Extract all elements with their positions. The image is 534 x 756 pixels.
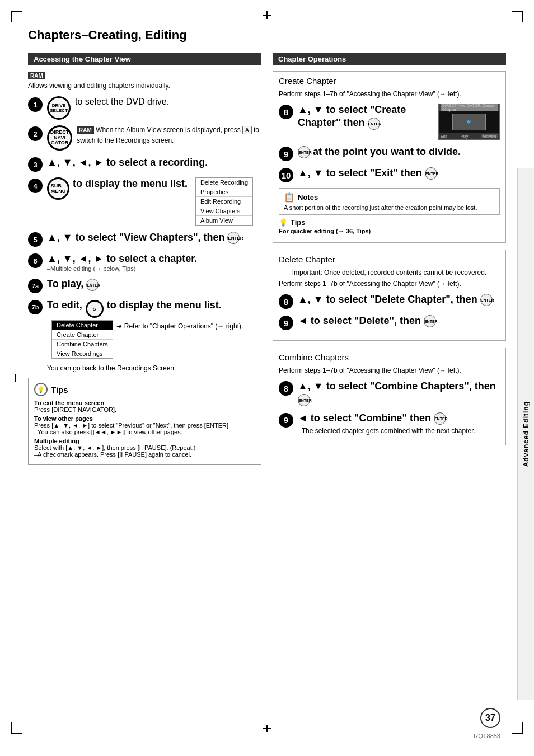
delete-chapter-title: Delete Chapter [279, 255, 500, 264]
combine-step-8-num: 8 [279, 381, 293, 396]
create-step-10-text: ▲, ▼ to select "Exit" then ENTER [298, 167, 437, 179]
step-7b-menu: Delete Chapter Create Chapter Combine Ch… [51, 320, 113, 359]
screenshot-label: DIRECT NAVIGATOR: Create Chapter [441, 104, 498, 111]
tips-item-view-title: To view other pages [34, 415, 255, 422]
page-number: 37 [480, 708, 500, 728]
step-2-content: DIRECTNAVIGATOR RAM When the Album View … [47, 125, 261, 151]
step-4: 4 SUBMENU to display the menu list. Dele… [28, 177, 261, 226]
step-7b-text: To edit, [47, 299, 82, 312]
notes-text: A short portion of the recording just af… [284, 204, 495, 211]
delete-step-9-content: ◄ to select "Delete", then ENTER [298, 314, 436, 327]
create-step-9-text: ENTER at the point you want to divide. [298, 146, 461, 157]
step-4-text-area: to display the menu list. [73, 177, 188, 190]
combine-perform: Perform steps 1–7b of "Accessing the Cha… [279, 367, 500, 374]
step-2-number: 2 [28, 126, 43, 141]
step-3: 3 ▲, ▼, ◄, ► to select a recording. [28, 156, 261, 172]
delete-step-8-content: ▲, ▼ to select "Delete Chapter", then EN… [298, 293, 493, 306]
tips-title: 💡 Tips [34, 383, 255, 396]
combine-step-9-num: 9 [279, 413, 293, 428]
combine-step-8: 8 ▲, ▼ to select "Combine Chapters", the… [279, 380, 500, 406]
cross-top [263, 11, 271, 19]
step-2: 2 DIRECTNAVIGATOR RAM When the Album Vie… [28, 125, 261, 151]
menu-item-album-view: Album View [196, 216, 252, 225]
menu-item-view-chapters: View Chapters [196, 206, 252, 216]
delete-perform: Perform steps 1–7b of "Accessing the Cha… [279, 280, 500, 288]
ram-section: RAM Allows viewing and editing chapters … [28, 71, 261, 90]
drive-select-icon: DRIVESELECT [47, 96, 71, 120]
step-7a-number: 7a [28, 279, 43, 293]
create-chapter-perform: Perform steps 1–7b of "Accessing the Cha… [279, 90, 500, 98]
combine-step-9-subtext: –The selected chapter gets combined with… [298, 427, 475, 435]
step-7b: 7b To edit, S to display the menu list. … [28, 299, 261, 359]
a-button: A [242, 126, 252, 134]
step-3-number: 3 [28, 157, 43, 172]
arrow-right-icon: ➜ [116, 322, 122, 330]
delete-step-9: 9 ◄ to select "Delete", then ENTER [279, 314, 500, 330]
menu-item-delete-recording: Delete Recording [196, 178, 252, 187]
combine-step-9: 9 ◄ to select "Combine" then ENTER –The … [279, 412, 500, 435]
tips-icon-small: 💡 [279, 218, 288, 227]
corner-br [512, 722, 523, 734]
step-7b-content: To edit, S to display the menu list. Del… [47, 299, 261, 359]
left-section-header: Accessing the Chapter View [28, 53, 261, 65]
right-section-header: Chapter Operations [273, 53, 506, 65]
corner-tl [11, 11, 22, 22]
delete-important: Important: Once deleted, recorded conten… [279, 269, 500, 276]
tips-box: 💡 Tips To exit the menu screen Press [DI… [28, 378, 261, 465]
delete-step-8: 8 ▲, ▼ to select "Delete Chapter", then … [279, 293, 500, 309]
tips-item-view-text: Press [▲, ▼, ◄, ►] to select "Previous" … [34, 422, 255, 435]
step-3-content: ▲, ▼, ◄, ► to select a recording. [47, 156, 261, 169]
ram-badge: RAM [28, 72, 45, 79]
enter-icon-10c: ENTER [425, 167, 437, 180]
step-6-subtext: –Multiple editing (→ below, Tips) [47, 265, 261, 272]
enter-icon-9cb: ENTER [434, 412, 446, 425]
allows-text: Allows viewing and editing chapters indi… [28, 82, 261, 90]
right-sidebar: Advanced Editing [517, 168, 534, 700]
step-1-content: DRIVESELECT to select the DVD drive. [47, 96, 261, 120]
tips-item-exit-text: Press [DIRECT NAVIGATOR]. [34, 406, 255, 413]
step-2-text: RAM When the Album View screen is displa… [77, 126, 259, 144]
sidebar-label: Advanced Editing [522, 401, 530, 467]
step-1-text: to select the DVD drive. [75, 97, 169, 106]
create-tips: 💡 Tips For quicker editing (→ 36, Tips) [279, 218, 500, 234]
step-6-content: ▲, ▼, ◄, ► to select a chapter. –Multipl… [47, 252, 261, 272]
menu-item-delete-chapter: Delete Chapter [52, 321, 113, 330]
rqt-text: RQT8853 [474, 732, 500, 739]
menu-item-create-chapter: Create Chapter [52, 330, 113, 340]
menu-item-edit-recording: Edit Recording [196, 197, 252, 206]
screenshot-box: DIRECT NAVIGATOR: Create Chapter 🐦 EditP… [438, 104, 500, 140]
step-5-number: 5 [28, 232, 43, 247]
cross-left [11, 374, 19, 382]
enter-icon-9c: ENTER [298, 146, 310, 158]
step-6-number: 6 [28, 253, 43, 268]
combine-chapters-section: Combine Chapters Perform steps 1–7b of "… [273, 348, 506, 445]
combine-step-9-content: ◄ to select "Combine" then ENTER –The se… [298, 412, 475, 435]
create-step-10: 10 ▲, ▼ to select "Exit" then ENTER [279, 167, 500, 182]
enter-icon-5: ENTER [227, 232, 240, 244]
submenu-icon-7b: S [86, 300, 104, 318]
notes-box: 📋 Notes A short portion of the recording… [279, 188, 500, 215]
combine-step-8-text: ▲, ▼ to select "Combine Chapters", then … [298, 381, 496, 405]
right-column: Chapter Operations Create Chapter Perfor… [273, 53, 506, 465]
delete-chapter-section: Delete Chapter Important: Once deleted, … [273, 250, 506, 341]
create-step-9-content: ENTER at the point you want to divide. [298, 145, 461, 158]
ram-badge-inline: RAM [77, 126, 94, 134]
combine-step-8-content: ▲, ▼ to select "Combine Chapters", then … [298, 380, 500, 406]
tips-item-exit-title: To exit the menu screen [34, 400, 255, 406]
notes-icon: 📋 [284, 192, 295, 203]
step-3-text: ▲, ▼, ◄, ► to select a recording. [47, 157, 208, 168]
page-container: Chapters–Creating, Editing Advanced Edit… [0, 0, 534, 756]
page-title: Chapters–Creating, Editing [28, 28, 506, 43]
step-7a-text: To play, ENTER [47, 278, 99, 289]
corner-bl [11, 722, 22, 734]
step-1-number: 1 [28, 97, 43, 112]
create-step-10-content: ▲, ▼ to select "Exit" then ENTER [298, 167, 437, 180]
go-back-text: You can go back to the Recordings Screen… [47, 364, 261, 372]
enter-icon-8cb: ENTER [298, 394, 310, 406]
corner-tr [512, 11, 523, 22]
cross-bottom [263, 725, 271, 732]
enter-icon-8d: ENTER [480, 294, 493, 306]
step-6: 6 ▲, ▼, ◄, ► to select a chapter. –Multi… [28, 252, 261, 272]
step-7b-number: 7b [28, 300, 43, 314]
combine-step-9-text: ◄ to select "Combine" then ENTER [298, 412, 446, 424]
